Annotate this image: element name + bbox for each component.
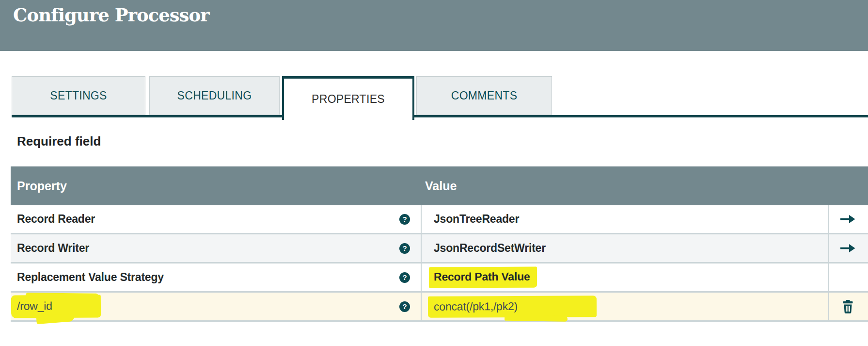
tab-underline: [12, 115, 868, 117]
property-name-cell: Record Reader ?: [11, 205, 422, 233]
tab-scheduling[interactable]: SCHEDULING: [149, 76, 280, 115]
tab-comments-label: COMMENTS: [451, 89, 518, 102]
row-action-cell: [829, 234, 866, 262]
tab-properties-label: PROPERTIES: [312, 93, 385, 106]
help-icon[interactable]: ?: [399, 301, 410, 312]
highlighted-property-name: /row_id: [11, 295, 101, 318]
row-action-cell: [829, 205, 866, 233]
row-action-cell: [829, 293, 866, 320]
tab-settings-label: SETTINGS: [50, 89, 107, 102]
properties-table: Property Value Record Reader ? JsonTreeR…: [11, 166, 868, 322]
property-row-replacement-value-strategy: Replacement Value Strategy ? Record Path…: [11, 264, 868, 293]
delete-property-trash-icon[interactable]: [842, 300, 854, 313]
help-icon[interactable]: ?: [399, 243, 410, 254]
tab-bar: SETTINGS SCHEDULING PROPERTIES COMMENTS: [12, 76, 868, 121]
tab-settings[interactable]: SETTINGS: [12, 76, 145, 115]
property-row-row-id: /row_id ? concat(/pk1,/pk2): [11, 293, 868, 322]
highlighted-property-value: concat(/pk1,/pk2): [428, 296, 597, 318]
property-name-cell: /row_id ?: [11, 293, 422, 320]
property-name-cell: Replacement Value Strategy ?: [11, 264, 422, 291]
help-icon[interactable]: ?: [399, 214, 410, 225]
highlighted-property-value: Record Path Value: [429, 267, 537, 288]
property-value-cell[interactable]: Record Path Value: [422, 264, 829, 291]
property-row-record-writer: Record Writer ? JsonRecordSetWriter: [11, 234, 868, 264]
property-row-record-reader: Record Reader ? JsonTreeReader: [11, 205, 868, 234]
tab-scheduling-label: SCHEDULING: [177, 89, 252, 102]
property-value: JsonRecordSetWriter: [434, 242, 546, 255]
property-column-header: Property: [17, 166, 67, 205]
configure-processor-dialog: Configure Processor SETTINGS SCHEDULING …: [0, 0, 868, 346]
help-icon[interactable]: ?: [399, 272, 410, 283]
property-name-cell: Record Writer ?: [11, 234, 422, 262]
tab-properties[interactable]: PROPERTIES: [282, 76, 414, 120]
tab-comments[interactable]: COMMENTS: [416, 76, 552, 115]
property-name: Record Reader: [17, 213, 95, 226]
property-value: JsonTreeReader: [434, 213, 519, 226]
value-column-header: Value: [425, 166, 457, 205]
property-value-cell[interactable]: JsonRecordSetWriter: [422, 234, 829, 262]
property-name: Replacement Value Strategy: [17, 271, 164, 284]
dialog-title: Configure Processor: [13, 4, 209, 26]
go-to-service-arrow-icon[interactable]: [840, 215, 855, 223]
property-value-cell[interactable]: concat(/pk1,/pk2): [422, 293, 829, 320]
dialog-header: Configure Processor: [0, 0, 868, 51]
row-action-cell: [829, 264, 866, 291]
required-field-note: Required field: [17, 134, 101, 149]
property-name: Record Writer: [17, 242, 89, 255]
table-header-row: Property Value: [11, 166, 868, 205]
property-value-cell[interactable]: JsonTreeReader: [422, 205, 829, 233]
go-to-service-arrow-icon[interactable]: [840, 244, 855, 252]
